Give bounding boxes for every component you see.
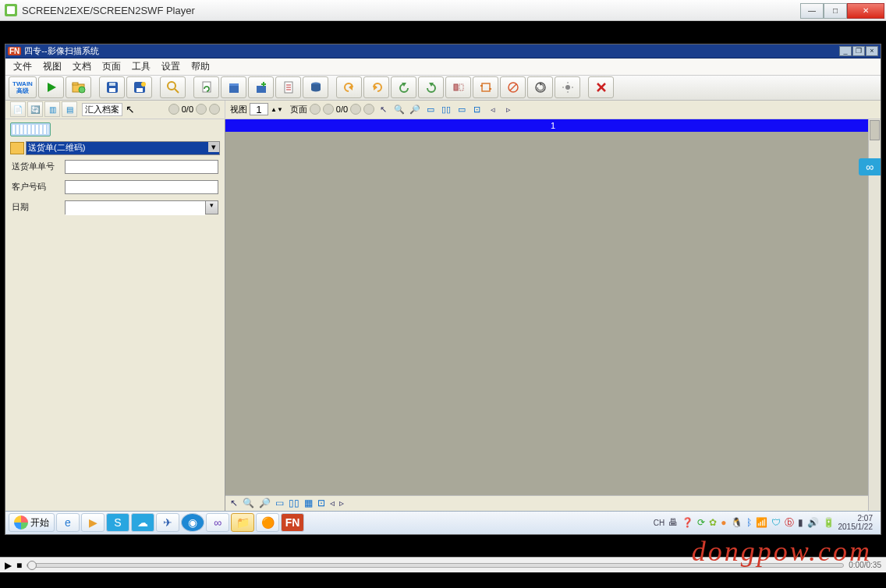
delivery-no-input[interactable] [65,160,218,174]
keyboard-icon[interactable] [10,122,51,136]
menu-tools[interactable]: 工具 [132,60,151,73]
archive-button[interactable] [221,76,246,98]
taskbar-fn-icon[interactable]: FN [281,513,304,532]
taskbar-media-icon[interactable]: ▶ [81,513,105,532]
database-button[interactable] [303,76,328,98]
maximize-button[interactable]: □ [824,3,847,19]
pointer-tool-icon[interactable]: ↖ [377,103,390,116]
doc-refresh-button[interactable] [193,76,219,98]
archive-add-button[interactable] [248,76,274,98]
zoom-out-icon[interactable]: 🔎 [259,498,271,508]
undo-button[interactable] [336,76,362,98]
close-button[interactable]: ✕ [847,3,884,19]
pointer-icon[interactable]: ↖ [230,498,238,508]
tray-printer-icon[interactable]: 🖶 [668,517,678,528]
page-prev-button[interactable] [323,104,334,115]
app-close-button[interactable]: × [866,46,878,56]
tray-battery-icon[interactable]: 🔋 [823,517,835,528]
actual-size-icon[interactable]: ⊡ [470,103,484,116]
fit-width-icon[interactable]: ▭ [424,103,437,116]
pager-prev-button[interactable] [168,104,179,115]
taskbar-app1-icon[interactable]: 🟠 [256,513,279,532]
region-icon[interactable]: ⊡ [317,498,325,508]
tray-help-icon[interactable]: ❓ [682,517,693,528]
date-picker[interactable]: ▾ [65,200,218,214]
doc-config-button[interactable] [275,76,301,98]
rotate-left-button[interactable] [391,76,416,98]
pan-right-icon[interactable]: ▹ [501,103,515,116]
tray-clock[interactable]: 2:07 2015/1/22 [838,514,874,531]
pager-last-button[interactable] [209,104,220,115]
share-badge-icon[interactable]: ∞ [859,158,881,175]
split-h-icon[interactable]: ▭ [455,103,468,116]
tray-leaf-icon[interactable]: ✿ [709,517,717,528]
taskbar-compass-icon[interactable]: ◉ [181,513,204,532]
menu-document[interactable]: 文档 [73,60,91,73]
menu-help[interactable]: 帮助 [191,60,210,73]
zoom-out-icon[interactable]: 🔎 [408,103,421,116]
thumbnails-v-icon[interactable]: ▤ [62,101,77,117]
grid-icon[interactable]: ▦ [304,498,313,508]
open-folder-button[interactable] [66,76,91,98]
player-stop-button[interactable]: ■ [16,560,22,571]
taskbar-cloud-icon[interactable]: ☁ [131,513,154,532]
zoom-icon[interactable]: 🔍 [243,498,254,508]
player-play-button[interactable]: ▶ [5,560,12,571]
twain-button[interactable]: TWAIN 高级 [9,76,37,98]
nav-right-icon[interactable]: ▹ [339,498,344,508]
split-v-icon[interactable]: ▯▯ [439,103,452,116]
taskbar-bird-icon[interactable]: ✈ [156,513,179,532]
zoom-in-icon[interactable]: 🔍 [392,103,406,116]
deskew-button[interactable] [500,76,526,98]
crop-button[interactable] [473,76,498,98]
tray-network-icon[interactable]: ▮ [798,517,803,528]
tray-volume-icon[interactable]: 🔊 [807,517,819,528]
doc-type-select[interactable]: 送货单(二维码) ▾ [26,141,220,155]
start-button[interactable]: 开始 [9,513,55,532]
redo-button[interactable] [363,76,389,98]
page-last-button[interactable] [363,104,374,115]
tray-beats-icon[interactable]: ⓑ [785,516,794,530]
chevron-down-icon[interactable]: ▾ [205,201,218,214]
taskbar-ie-icon[interactable]: e [56,513,80,532]
view-number-input[interactable] [250,103,268,115]
tray-wifi-icon[interactable]: 📶 [756,517,767,528]
taskbar-vs-icon[interactable]: ∞ [206,513,229,532]
taskbar-skype-icon[interactable]: S [106,513,129,532]
tray-bluetooth-icon[interactable]: ᛒ [746,517,752,528]
pager-next-button[interactable] [196,104,207,115]
player-seek-slider[interactable] [27,563,844,568]
vertical-scrollbar[interactable] [868,119,881,511]
tray-shield-icon[interactable]: 🛡 [771,517,781,528]
tray-qq-icon[interactable]: 🐧 [731,517,742,528]
delete-button[interactable] [588,76,614,98]
app-restore-button[interactable]: ❐ [852,46,865,56]
menu-page[interactable]: 页面 [102,60,121,73]
page-first-button[interactable] [310,104,321,115]
brightness-button[interactable] [555,76,580,98]
rotate-right-button[interactable] [418,76,444,98]
app-minimize-button[interactable]: _ [839,46,852,56]
flip-h-button[interactable] [445,76,471,98]
nav-left-icon[interactable]: ◃ [330,498,335,508]
tray-orange-icon[interactable]: ● [721,517,726,528]
save-button[interactable] [99,76,125,98]
lang-indicator[interactable]: CH [654,519,664,527]
image-canvas[interactable] [225,132,881,495]
doc-refresh-icon[interactable]: 🔄 [27,101,43,117]
taskbar-explorer-icon[interactable]: 📁 [231,513,254,532]
tray-sync-icon[interactable]: ⟳ [697,517,705,528]
pan-left-icon[interactable]: ◃ [486,103,499,116]
minimize-button[interactable]: — [800,3,824,19]
save-as-button[interactable] [126,76,152,98]
search-button[interactable] [160,76,186,98]
doc-icon[interactable]: 📄 [10,101,26,117]
auto-process-button[interactable] [527,76,553,98]
fit-icon[interactable]: ▭ [275,498,284,508]
menu-view[interactable]: 视图 [43,60,62,73]
menu-settings[interactable]: 设置 [161,60,180,73]
play-button[interactable] [38,76,64,98]
split-icon[interactable]: ▯▯ [289,498,299,508]
page-next-button[interactable] [350,104,361,115]
customer-no-input[interactable] [65,180,218,194]
